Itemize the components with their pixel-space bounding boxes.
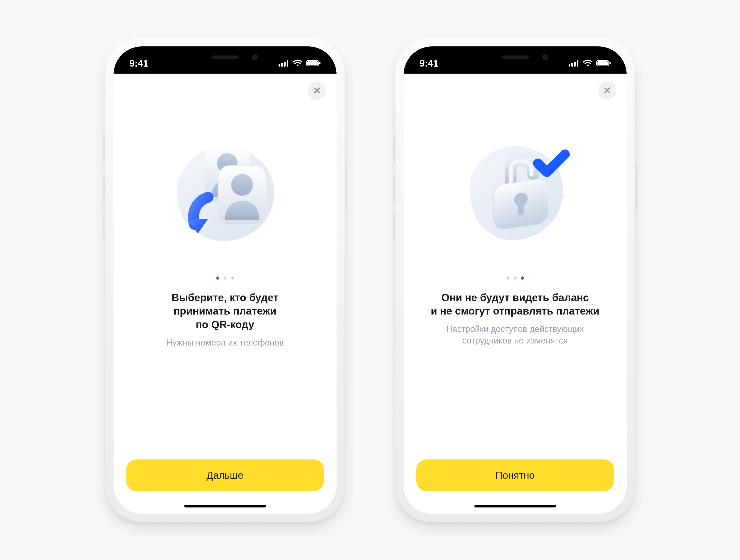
app-bar <box>404 74 627 100</box>
svg-rect-13 <box>571 63 573 67</box>
svg-rect-12 <box>569 64 570 67</box>
notch <box>172 46 278 67</box>
svg-point-16 <box>587 65 588 66</box>
next-button[interactable]: Дальше <box>126 459 324 491</box>
phone-mockup-1: 9:41 <box>105 38 345 523</box>
notch <box>462 46 568 67</box>
confirm-button[interactable]: Понятно <box>417 459 614 491</box>
battery-icon <box>596 58 611 69</box>
svg-rect-18 <box>597 62 608 65</box>
status-indicators <box>569 58 611 69</box>
close-icon <box>314 87 320 95</box>
lock-check-icon <box>452 127 579 254</box>
page-dot-2 <box>514 276 517 279</box>
close-button[interactable] <box>308 82 326 100</box>
status-indicators <box>279 58 321 69</box>
onboarding-content: Они не будут видеть баланс и не смогут о… <box>404 100 627 459</box>
svg-rect-19 <box>610 62 611 64</box>
close-icon <box>604 87 611 95</box>
close-button[interactable] <box>598 82 616 100</box>
svg-rect-3 <box>287 60 288 67</box>
home-indicator[interactable] <box>474 505 556 508</box>
svg-point-4 <box>297 65 298 66</box>
screen: 9:41 <box>404 46 627 514</box>
wifi-icon <box>293 58 302 69</box>
svg-rect-6 <box>307 62 318 65</box>
status-time: 9:41 <box>420 58 439 69</box>
svg-rect-2 <box>284 62 286 67</box>
onboarding-title: Они не будут видеть баланс и не смогут о… <box>431 291 599 318</box>
home-indicator[interactable] <box>184 505 266 508</box>
phone-mockup-2: 9:41 <box>395 38 635 523</box>
onboarding-title: Выберите, кто будет принимать платежи по… <box>172 291 278 332</box>
page-dot-1 <box>506 276 510 279</box>
page-dot-3 <box>231 276 234 279</box>
page-dot-1 <box>216 276 219 279</box>
onboarding-content: Выберите, кто будет принимать платежи по… <box>113 100 337 459</box>
battery-icon <box>306 58 321 69</box>
svg-rect-15 <box>577 60 578 67</box>
page-indicator <box>506 276 524 279</box>
svg-point-11 <box>231 174 253 196</box>
svg-rect-1 <box>281 63 283 67</box>
cellular-icon <box>279 58 289 69</box>
screen: 9:41 <box>113 46 337 514</box>
svg-rect-23 <box>518 203 524 216</box>
onboarding-subtitle: Настройки доступов действующих сотрудник… <box>446 323 584 347</box>
status-time: 9:41 <box>129 58 149 69</box>
svg-rect-0 <box>279 64 280 67</box>
page-dot-3 <box>521 276 524 279</box>
people-transfer-icon <box>162 127 288 254</box>
page-dot-2 <box>223 276 226 279</box>
onboarding-subtitle: Нужны номера их телефонов <box>166 337 284 348</box>
page-indicator <box>216 276 234 279</box>
svg-rect-7 <box>319 62 320 64</box>
cellular-icon <box>569 58 579 69</box>
svg-rect-14 <box>574 62 576 67</box>
wifi-icon <box>583 58 593 69</box>
app-bar <box>113 74 337 100</box>
